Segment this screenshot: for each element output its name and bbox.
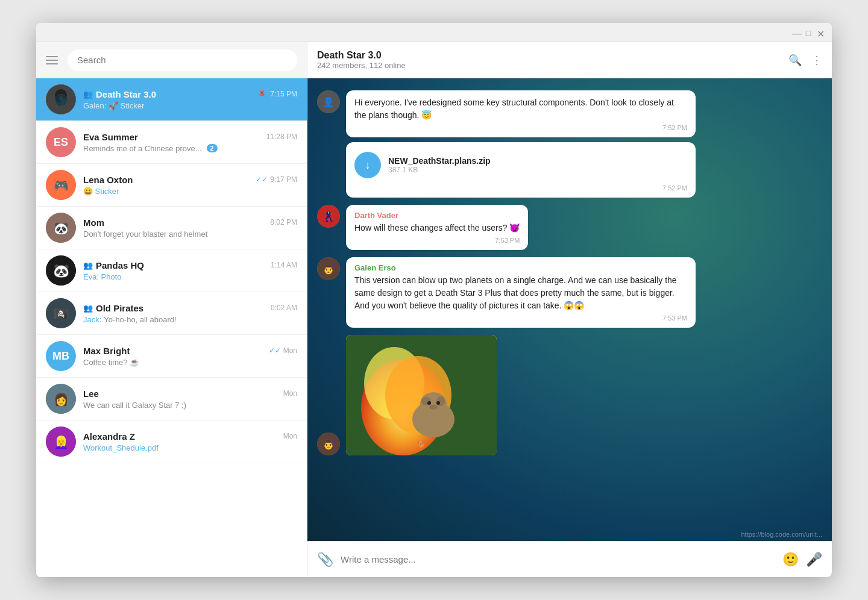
message-avatar: 🦹	[317, 205, 340, 228]
messages-container: 👤 Hi everyone. I've redesigned some key …	[307, 78, 832, 541]
attach-icon[interactable]: 📎	[317, 552, 333, 567]
chat-item-pirates[interactable]: 🏴‍☠️ 👥 Old Pirates 0:02 AM Jack:	[36, 292, 307, 335]
message-input[interactable]	[341, 554, 775, 564]
chat-item-death-star[interactable]: 🌑 👥 Death Star 3.0 📌 7:15 PM	[36, 78, 307, 121]
read-check-icon: ✓✓	[269, 346, 281, 355]
chat-preview: Eva: Photo	[83, 272, 297, 281]
message-row: 🦹 Darth Vader How will these changes aff…	[317, 205, 822, 250]
avatar: MB	[46, 341, 76, 371]
chat-header-subtitle: 242 members, 112 online	[317, 61, 781, 70]
message-bubble: Galen Erso This version can blow up two …	[346, 257, 696, 328]
chat-preview: We can call it Galaxy Star 7 ;)	[83, 401, 297, 410]
chat-time: 8:02 PM	[270, 218, 297, 227]
chat-preview: Galen: 🚀 Sticker	[83, 101, 297, 110]
message-text: Hi everyone. I've redesigned some key st…	[354, 96, 687, 122]
group-icon: 👥	[83, 90, 93, 99]
chat-item-mom[interactable]: 🐼 Mom 8:02 PM Don't forget your blaster …	[36, 207, 307, 249]
chat-info: Max Bright ✓✓ Mon Coffee time? ☕	[83, 346, 297, 367]
message-time: 7:52 PM	[354, 124, 687, 131]
file-info: NEW_DeathStar.plans.zip 387.1 KB	[388, 156, 687, 174]
sidebar: 🌑 👥 Death Star 3.0 📌 7:15 PM	[36, 42, 307, 577]
chat-time: 0:02 AM	[271, 304, 297, 312]
avatar: 👩	[46, 384, 76, 414]
message-time: 7:53 PM	[354, 314, 687, 322]
chat-name: Mom	[83, 217, 104, 228]
chat-item-pandas[interactable]: 🐼 👥 Pandas HQ 1:14 AM Eva: Photo	[36, 249, 307, 292]
chat-item-eva[interactable]: ES Eva Summer 11:28 PM Reminds me of a C…	[36, 121, 307, 164]
file-size: 387.1 KB	[388, 166, 687, 174]
titlebar: — □ ✕	[36, 23, 832, 42]
avatar: 🐼	[46, 213, 76, 243]
svg-text:🦹: 🦹	[322, 211, 335, 222]
search-icon[interactable]: 🔍	[788, 54, 802, 67]
chat-info: Alexandra Z Mon Workout_Shedule.pdf	[83, 431, 297, 452]
chat-time: 11:28 PM	[266, 133, 297, 141]
avatar: 🎮	[46, 170, 76, 200]
file-bubble: ↓ NEW_DeathStar.plans.zip 387.1 KB 7:52 …	[346, 142, 696, 198]
maximize-button[interactable]: □	[804, 28, 813, 37]
app-window: — □ ✕ 🌑	[36, 23, 832, 577]
avatar: 🐼	[46, 255, 76, 286]
message-sender: Darth Vader	[354, 211, 520, 220]
pin-icon: 📌	[256, 88, 269, 101]
microphone-icon[interactable]: 🎤	[806, 552, 822, 567]
sticker-image: 🐕	[346, 335, 497, 455]
hamburger-menu[interactable]	[46, 56, 58, 64]
svg-text:🐼: 🐼	[54, 221, 69, 236]
sidebar-header	[36, 42, 307, 78]
search-input[interactable]	[68, 49, 297, 71]
chat-item-lee[interactable]: 👩 Lee Mon We can call it Galaxy Star 7 ;…	[36, 378, 307, 420]
chat-header-actions: 🔍 ⋮	[788, 54, 822, 67]
chat-name: 👥 Old Pirates	[83, 303, 143, 313]
chat-name: Lena Oxton	[83, 175, 133, 185]
chat-name: Max Bright	[83, 346, 130, 356]
chat-time: Mon	[283, 432, 297, 440]
avatar: 👱‍♀️	[46, 427, 76, 457]
message-text: This version can blow up two planets on …	[354, 274, 687, 312]
message-avatar: 👨	[317, 257, 340, 280]
svg-text:👨: 👨	[322, 439, 335, 450]
message-bubble: Darth Vader How will these changes affec…	[346, 205, 528, 250]
chat-header-info: Death Star 3.0 242 members, 112 online	[317, 50, 781, 70]
svg-text:👨: 👨	[322, 263, 335, 275]
chat-info: Lena Oxton ✓✓ 9:17 PM 😀 Sticker	[83, 175, 297, 196]
chat-name: 👥 Pandas HQ	[83, 260, 144, 270]
message-input-area: 📎 🙂 🎤	[307, 541, 832, 577]
emoji-icon[interactable]: 🙂	[782, 552, 799, 567]
chat-info: 👥 Pandas HQ 1:14 AM Eva: Photo	[83, 260, 297, 281]
avatar: 🌑	[46, 84, 76, 114]
group-icon: 👥	[83, 304, 93, 313]
message-avatar: 👨	[317, 433, 340, 455]
message-time: 7:52 PM	[354, 184, 687, 192]
chat-name: 👥 Death Star 3.0	[83, 89, 156, 99]
avatar: 🏴‍☠️	[46, 298, 76, 328]
chat-list: 🌑 👥 Death Star 3.0 📌 7:15 PM	[36, 78, 307, 577]
chat-item-max[interactable]: MB Max Bright ✓✓ Mon Coffee time? ☕	[36, 335, 307, 378]
chat-preview: Workout_Shedule.pdf	[83, 443, 297, 452]
svg-text:🌑: 🌑	[54, 93, 68, 107]
svg-text:👩: 👩	[54, 392, 69, 407]
message-row: 👤 Hi everyone. I've redesigned some key …	[317, 90, 822, 198]
chat-name: Eva Summer	[83, 132, 138, 142]
chat-name: Lee	[83, 389, 99, 399]
more-options-icon[interactable]: ⋮	[811, 54, 822, 67]
message-sender: Galen Erso	[354, 263, 687, 272]
minimize-button[interactable]: —	[792, 28, 800, 37]
svg-point-33	[436, 401, 440, 405]
chat-preview: Coffee time? ☕	[83, 358, 297, 367]
download-button[interactable]: ↓	[354, 152, 381, 178]
chat-info: 👥 Old Pirates 0:02 AM Jack: Yo-ho-ho, al…	[83, 303, 297, 324]
message-row: 👨 Galen Erso This version can blow up tw…	[317, 257, 822, 328]
chat-preview: Jack: Yo-ho-ho, all aboard!	[83, 315, 297, 324]
group-icon: 👥	[83, 261, 93, 270]
chat-item-lena[interactable]: 🎮 Lena Oxton ✓✓ 9:17 PM 😀 Sticker	[36, 164, 307, 207]
unread-badge: 2	[207, 144, 218, 152]
svg-point-34	[429, 405, 438, 410]
close-button[interactable]: ✕	[816, 28, 825, 37]
read-check-icon: ✓✓	[256, 175, 268, 184]
svg-text:🐕: 🐕	[418, 440, 426, 448]
svg-text:👤: 👤	[322, 96, 335, 108]
file-name: NEW_DeathStar.plans.zip	[388, 156, 687, 166]
chat-item-alex[interactable]: 👱‍♀️ Alexandra Z Mon Workout_Shedule.pdf	[36, 420, 307, 463]
chat-area: Death Star 3.0 242 members, 112 online 🔍…	[307, 42, 832, 577]
